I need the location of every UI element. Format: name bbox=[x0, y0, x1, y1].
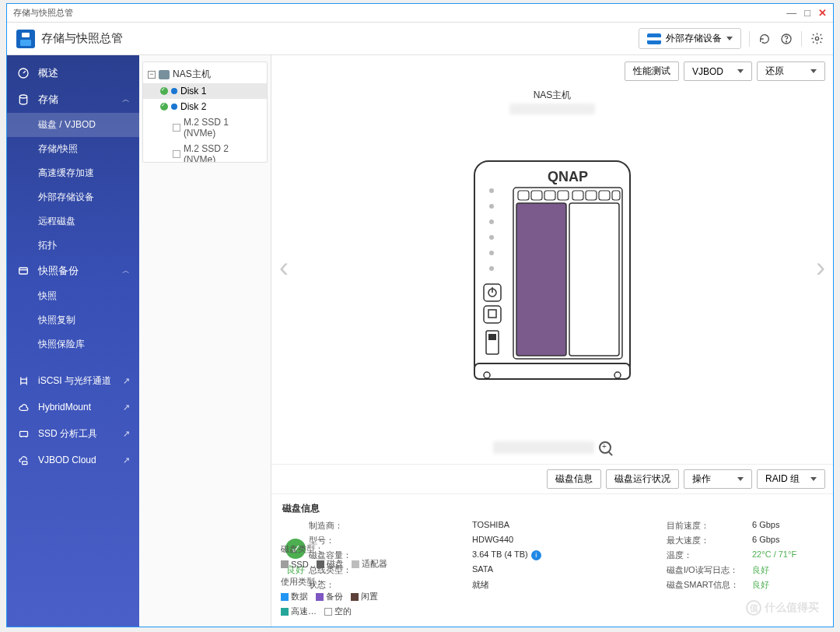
sidebar-item-storage-snapshot[interactable]: 存储/快照 bbox=[7, 137, 139, 161]
sidebar-snapshot[interactable]: 快照备份 ︿ bbox=[7, 258, 139, 284]
disk-dot-icon bbox=[171, 104, 177, 110]
tree-disk-label: Disk 2 bbox=[180, 101, 206, 112]
nas-host-icon bbox=[159, 70, 170, 79]
sidebar-storage[interactable]: 存储 ︿ bbox=[7, 86, 139, 113]
disk-dot-icon bbox=[171, 88, 177, 94]
sidebar: 概述 存储 ︿ 磁盘 / VJBOD 存储/快照 高速缓存加速 外部存储设备 远… bbox=[7, 55, 139, 627]
sidebar-link-label: SSD 分析工具 bbox=[38, 427, 97, 441]
ssd-icon bbox=[16, 427, 30, 441]
temp-label: 温度： bbox=[667, 549, 752, 561]
sidebar-item-snapshot-vault[interactable]: 快照保险库 bbox=[7, 332, 139, 356]
operate-label: 操作 bbox=[692, 472, 711, 486]
model-value: HDWG440 bbox=[472, 535, 550, 546]
svg-point-16 bbox=[489, 251, 494, 255]
perf-test-button[interactable]: 性能测试 bbox=[625, 61, 679, 81]
zoom-row bbox=[493, 441, 611, 454]
gear-icon[interactable] bbox=[810, 32, 824, 46]
sidebar-item-topology[interactable]: 拓扑 bbox=[7, 233, 139, 258]
usage-legend-title: 使用类型： bbox=[281, 576, 405, 588]
watermark: 值 什么值得买 bbox=[746, 600, 819, 616]
svg-rect-26 bbox=[518, 191, 529, 200]
window-title: 存储与快照总管 bbox=[13, 7, 73, 19]
gauge-icon bbox=[16, 66, 30, 80]
tree-m2-slot-1[interactable]: M.2 SSD 1 (NVMe) bbox=[143, 114, 267, 141]
legend-empty-icon bbox=[324, 608, 332, 616]
chevron-down-icon bbox=[810, 477, 817, 481]
chevron-down-icon bbox=[737, 69, 744, 73]
tree-disk-label: Disk 1 bbox=[180, 86, 206, 97]
perf-test-label: 性能测试 bbox=[633, 65, 670, 78]
chevron-up-icon: ︿ bbox=[122, 265, 130, 276]
prev-arrow[interactable]: ‹ bbox=[279, 251, 289, 284]
svg-point-4 bbox=[19, 95, 26, 98]
maximize-button[interactable]: □ bbox=[804, 7, 810, 19]
empty-slot-icon bbox=[173, 124, 180, 132]
disk-type-legend-title: 磁盘类型： bbox=[281, 543, 405, 555]
disk-tree: − NAS主机 Disk 1 Disk 2 M.2 SSD 1 (NVMe) bbox=[142, 61, 268, 163]
zoom-in-icon[interactable] bbox=[599, 441, 611, 454]
disk-health-button[interactable]: 磁盘运行状况 bbox=[606, 469, 679, 489]
svg-point-13 bbox=[489, 204, 494, 209]
raid-dropdown[interactable]: RAID 组 bbox=[757, 469, 825, 489]
collapse-icon[interactable]: − bbox=[148, 71, 156, 79]
close-button[interactable]: ✕ bbox=[818, 7, 827, 19]
sidebar-item-cache[interactable]: 高速缓存加速 bbox=[7, 161, 139, 185]
sidebar-item-snapshot[interactable]: 快照 bbox=[7, 284, 139, 308]
sidebar-snapshot-label: 快照备份 bbox=[38, 264, 79, 278]
svg-point-17 bbox=[489, 266, 494, 271]
tree-disk-2[interactable]: Disk 2 bbox=[143, 99, 267, 114]
tree-disk-1[interactable]: Disk 1 bbox=[143, 83, 267, 99]
sidebar-overview[interactable]: 概述 bbox=[7, 60, 139, 86]
sidebar-item-remote-disk[interactable]: 远程磁盘 bbox=[7, 209, 139, 233]
disk-info-button[interactable]: 磁盘信息 bbox=[547, 469, 601, 489]
separator bbox=[801, 31, 802, 47]
external-storage-button[interactable]: 外部存储设备 bbox=[639, 28, 741, 49]
cloud-disk-icon bbox=[16, 453, 30, 467]
raid-label: RAID 组 bbox=[765, 472, 800, 486]
drive-bay-1 bbox=[516, 203, 566, 356]
svg-rect-7 bbox=[22, 461, 26, 464]
legend-data-label: 数据 bbox=[291, 591, 308, 602]
max-speed-value: 6 Gbps bbox=[752, 535, 822, 546]
svg-rect-33 bbox=[612, 191, 620, 200]
sidebar-link-hybridmount[interactable]: HybridMount ↗ bbox=[7, 394, 139, 420]
state-value: 就绪 bbox=[472, 579, 550, 591]
smart-label: 磁盘SMART信息： bbox=[667, 579, 752, 591]
help-icon[interactable] bbox=[779, 32, 793, 46]
svg-rect-6 bbox=[19, 431, 27, 436]
chevron-up-icon: ︿ bbox=[122, 94, 130, 105]
sidebar-item-snapshot-copy[interactable]: 快照复制 bbox=[7, 308, 139, 332]
legend-backup-icon bbox=[316, 593, 324, 601]
legend-section: 磁盘类型： SSD 磁盘 适配器 使用类型： 数据 备份 闲置 高速… 空的 bbox=[281, 543, 405, 623]
legend-ssd-label: SSD bbox=[291, 560, 309, 569]
io-log-label: 磁盘I/O读写日志： bbox=[667, 564, 752, 576]
snapshot-icon bbox=[16, 264, 30, 278]
legend-disk-icon bbox=[317, 560, 324, 568]
legend-data-icon bbox=[281, 593, 289, 601]
main-toolbar: 性能测试 VJBOD 还原 bbox=[271, 55, 833, 84]
storage-device-icon bbox=[647, 33, 661, 44]
external-storage-label: 外部存储设备 bbox=[666, 32, 722, 45]
disk-health-label: 磁盘运行状况 bbox=[614, 472, 670, 486]
restore-dropdown[interactable]: 还原 bbox=[757, 61, 825, 81]
refresh-icon[interactable] bbox=[758, 32, 772, 46]
next-arrow[interactable]: › bbox=[816, 251, 825, 284]
temp-value: 22°C / 71°F bbox=[752, 549, 822, 561]
sidebar-link-vjbod-cloud[interactable]: VJBOD Cloud ↗ bbox=[7, 447, 139, 473]
minimize-button[interactable]: — bbox=[786, 7, 796, 19]
sidebar-link-ssd-analyzer[interactable]: SSD 分析工具 ↗ bbox=[7, 420, 139, 447]
sidebar-link-iscsi[interactable]: iSCSI 与光纤通道 ↗ bbox=[7, 367, 139, 394]
tree-root[interactable]: − NAS主机 bbox=[143, 65, 267, 83]
tree-m2-slot-2[interactable]: M.2 SSD 2 (NVMe) bbox=[143, 141, 267, 163]
info-section-title: 磁盘信息 bbox=[282, 502, 822, 515]
svg-point-15 bbox=[489, 235, 494, 240]
sidebar-item-disks[interactable]: 磁盘 / VJBOD bbox=[7, 113, 139, 137]
action-row: 磁盘信息 磁盘运行状况 操作 RAID 组 bbox=[271, 464, 833, 494]
operate-dropdown[interactable]: 操作 bbox=[684, 469, 752, 489]
usage-legend: 数据 备份 闲置 高速… 空的 bbox=[281, 591, 405, 617]
vjbod-dropdown[interactable]: VJBOD bbox=[684, 61, 752, 81]
info-icon[interactable]: i bbox=[531, 550, 541, 560]
status-ok-icon bbox=[160, 103, 168, 111]
sidebar-link-label: VJBOD Cloud bbox=[38, 455, 96, 465]
sidebar-item-external[interactable]: 外部存储设备 bbox=[7, 185, 139, 209]
